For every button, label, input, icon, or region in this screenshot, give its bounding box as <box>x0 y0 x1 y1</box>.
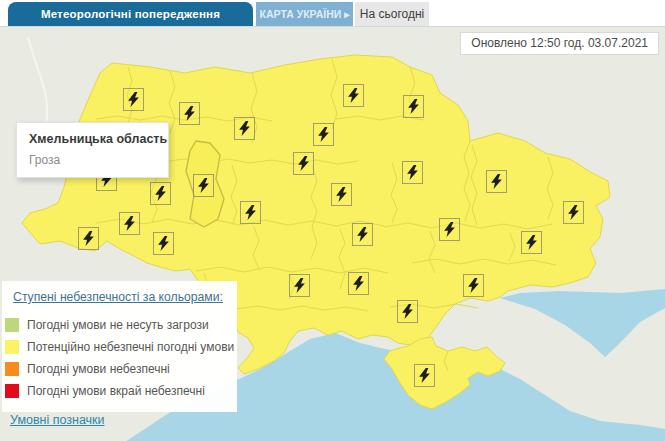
lightning-bolt-icon <box>408 99 419 114</box>
storm-warning-icon[interactable] <box>119 212 140 235</box>
updated-timestamp: Оновлено 12:50 год. 03.07.2021 <box>460 32 659 55</box>
storm-warning-icon[interactable] <box>123 88 144 111</box>
storm-warning-icon[interactable] <box>348 272 369 295</box>
storm-warning-icon[interactable] <box>289 274 310 297</box>
legend-color-swatch <box>5 318 19 332</box>
storm-warning-icon[interactable] <box>234 117 255 140</box>
legend-item: Погодні умови не несуть загрози <box>5 314 231 336</box>
legend-item: Погодні умови небезпечні <box>5 358 231 380</box>
tab-ukraine-map[interactable]: КАРТА УКРАЇНИ ▸ <box>256 2 353 26</box>
storm-warning-icon[interactable] <box>240 201 261 224</box>
legend-item-label: Погодні умови небезпечні <box>27 362 170 376</box>
storm-warning-icon[interactable] <box>563 201 584 224</box>
weather-warnings-widget: Метеорологічні попередження КАРТА УКРАЇН… <box>0 0 665 441</box>
storm-warning-icon[interactable] <box>403 95 424 118</box>
storm-warning-icon[interactable] <box>463 274 484 297</box>
storm-warning-icon[interactable] <box>153 232 174 255</box>
storm-warning-icon[interactable] <box>397 300 418 323</box>
storm-warning-icon[interactable] <box>343 84 364 107</box>
storm-warning-icon[interactable] <box>313 123 334 146</box>
lightning-bolt-icon <box>318 127 329 142</box>
storm-warning-icon[interactable] <box>521 231 542 254</box>
legend-item: Потенційно небезпечні погодні умови <box>5 336 231 358</box>
lightning-bolt-icon <box>419 368 430 383</box>
storm-warning-icon[interactable] <box>293 152 314 175</box>
lightning-bolt-icon <box>245 205 256 220</box>
legend-item-label: Погодні умови не несуть загрози <box>27 318 209 332</box>
lightning-bolt-icon <box>155 186 166 201</box>
storm-warning-icon[interactable] <box>486 170 507 193</box>
legend-color-swatch <box>5 362 19 376</box>
lightning-bolt-icon <box>298 156 309 171</box>
storm-warning-icon[interactable] <box>439 218 460 241</box>
storm-warning-icon[interactable] <box>414 364 435 387</box>
legend-link[interactable]: Умовні позначки <box>10 413 105 427</box>
storm-warning-icon[interactable] <box>179 102 200 125</box>
legend-item-label: Погодні умови вкрай небезпечні <box>27 384 205 398</box>
tooltip-region-name: Хмельницька область <box>29 132 168 146</box>
lightning-bolt-icon <box>348 88 359 103</box>
storm-warning-icon[interactable] <box>193 174 214 197</box>
tab-meteorological-warnings[interactable]: Метеорологічні попередження <box>8 2 253 26</box>
lightning-bolt-icon <box>444 222 455 237</box>
lightning-bolt-icon <box>491 174 502 189</box>
lightning-bolt-icon <box>198 178 209 193</box>
lightning-bolt-icon <box>124 216 135 231</box>
storm-warning-icon[interactable] <box>352 223 373 246</box>
lightning-bolt-icon <box>353 276 364 291</box>
lightning-bolt-icon <box>239 121 250 136</box>
tab-for-today[interactable]: На сьогодні <box>355 2 429 26</box>
storm-warning-icon[interactable] <box>78 227 99 250</box>
storm-warning-icon[interactable] <box>402 161 423 184</box>
lightning-bolt-icon <box>158 236 169 251</box>
legend-title[interactable]: Ступені небезпечності за кольорами: <box>5 290 231 304</box>
lightning-bolt-icon <box>336 187 347 202</box>
lightning-bolt-icon <box>402 304 413 319</box>
lightning-bolt-icon <box>128 92 139 107</box>
lightning-bolt-icon <box>468 278 479 293</box>
lightning-bolt-icon <box>526 235 537 250</box>
lightning-bolt-icon <box>568 205 579 220</box>
lightning-bolt-icon <box>83 231 94 246</box>
storm-warning-icon[interactable] <box>331 183 352 206</box>
lightning-bolt-icon <box>294 278 305 293</box>
lightning-bolt-icon <box>357 227 368 242</box>
legend-items: Погодні умови не несуть загрозиПотенційн… <box>5 314 231 402</box>
legend-color-swatch <box>5 384 19 398</box>
legend-color-swatch <box>5 340 19 354</box>
lightning-bolt-icon <box>184 106 195 121</box>
legend-panel: Ступені небезпечності за кольорами: Пого… <box>2 281 237 412</box>
tooltip-warning-type: Гроза <box>29 153 168 167</box>
legend-item-label: Потенційно небезпечні погодні умови <box>27 340 234 354</box>
region-tooltip: Хмельницька область Гроза <box>16 122 169 178</box>
map-area: Оновлено 12:50 год. 03.07.2021 Хмельниць… <box>0 26 665 441</box>
storm-warning-icon[interactable] <box>150 182 171 205</box>
legend-item: Погодні умови вкрай небезпечні <box>5 380 231 402</box>
lightning-bolt-icon <box>407 165 418 180</box>
tab-bar: Метеорологічні попередження КАРТА УКРАЇН… <box>0 0 665 26</box>
